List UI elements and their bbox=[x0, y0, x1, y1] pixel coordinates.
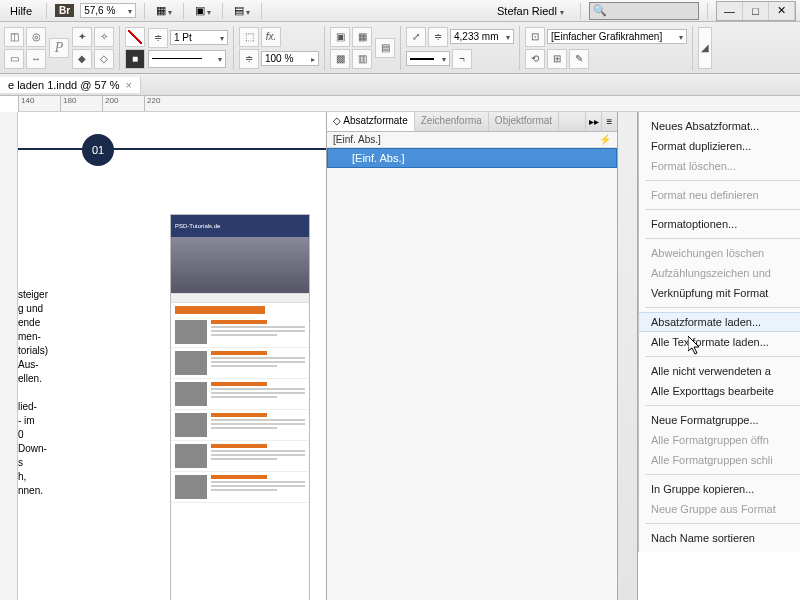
menu-item: Aufzählungszeichen und bbox=[639, 263, 800, 283]
menu-item[interactable]: Absatzformate laden... bbox=[639, 312, 800, 332]
view-options-icon[interactable]: ▦ bbox=[153, 2, 175, 20]
menubar: Hilfe Br 57,6 % ▦ ▣ ▤ Stefan Riedl 🔍 — □… bbox=[0, 0, 800, 22]
text-line: Aus- bbox=[18, 358, 78, 372]
menu-item[interactable]: Alle nicht verwendeten a bbox=[639, 361, 800, 381]
tab-absatzformate[interactable]: ◇ Absatzformate bbox=[327, 112, 415, 131]
close-button[interactable]: ✕ bbox=[769, 2, 795, 20]
text-line: 0 bbox=[18, 428, 78, 442]
menu-separator bbox=[645, 307, 800, 308]
reference-point-icon[interactable]: ⊡ bbox=[525, 27, 545, 47]
page-tool-icon[interactable]: ▭ bbox=[4, 49, 24, 69]
text-wrap-shape-icon[interactable]: ▩ bbox=[330, 49, 350, 69]
fill-none-icon[interactable] bbox=[125, 27, 145, 47]
window-controls: — □ ✕ bbox=[716, 1, 796, 21]
control-toolbar: ◫◎▭↔ P ✦✧◆◇ ■ ≑1 Pt ⬚fx.≑100 % ▣▦▩▥ ▤ ⤢≑… bbox=[0, 22, 800, 74]
type-tool-icon[interactable]: P bbox=[49, 38, 69, 58]
text-line: g und bbox=[18, 302, 78, 316]
panel-menu-icon[interactable]: ≡ bbox=[601, 112, 617, 131]
misc-icon-c[interactable]: ✎ bbox=[569, 49, 589, 69]
text-wrap-skip-icon[interactable]: ▤ bbox=[375, 38, 395, 58]
stroke-weight-stepper[interactable]: ≑ bbox=[148, 28, 168, 48]
stroke-black-icon[interactable]: ■ bbox=[125, 49, 145, 69]
menu-item[interactable]: Alle Textformate laden... bbox=[639, 332, 800, 352]
paragraph-styles-panel: ◇ Absatzformate Zeichenforma Objektforma… bbox=[326, 112, 618, 600]
text-line: nnen. bbox=[18, 484, 78, 498]
horizontal-ruler: 140180200220 bbox=[18, 96, 800, 112]
body-text-fragment: steigerg undendemen-torials)Aus-ellen. l… bbox=[18, 288, 78, 498]
bridge-badge[interactable]: Br bbox=[55, 4, 74, 17]
text-wrap-jump-icon[interactable]: ▥ bbox=[352, 49, 372, 69]
anchor-tool-d-icon[interactable]: ◇ bbox=[94, 49, 114, 69]
document-tabs: e laden 1.indd @ 57 %× bbox=[0, 74, 800, 96]
menu-separator bbox=[645, 209, 800, 210]
style-row-selected[interactable]: [Einf. Abs.] bbox=[327, 148, 617, 168]
menu-separator bbox=[645, 356, 800, 357]
selection-tool-icon[interactable]: ◫ bbox=[4, 27, 24, 47]
tab-close-icon[interactable]: × bbox=[125, 79, 131, 91]
menu-item[interactable]: Neue Formatgruppe... bbox=[639, 410, 800, 430]
menu-item[interactable]: Alle Exporttags bearbeite bbox=[639, 381, 800, 401]
frame-size-input[interactable]: 4,233 mm bbox=[450, 29, 514, 44]
menu-separator bbox=[645, 238, 800, 239]
frame-size-stepper[interactable]: ≑ bbox=[428, 27, 448, 47]
panel-breadcrumb: [Einf. Abs.]⚡ bbox=[327, 132, 617, 148]
user-name[interactable]: Stefan Riedl bbox=[489, 5, 572, 17]
zoom-level-input[interactable]: 57,6 % bbox=[80, 3, 136, 18]
text-wrap-none-icon[interactable]: ▣ bbox=[330, 27, 350, 47]
stroke-style-select[interactable] bbox=[148, 50, 226, 68]
thumb-header: PSD-Tutorials.de bbox=[171, 215, 309, 237]
collapsed-right-dock[interactable] bbox=[618, 112, 638, 600]
menu-item[interactable]: Neues Absatzformat... bbox=[639, 116, 800, 136]
menu-item[interactable]: Formatoptionen... bbox=[639, 214, 800, 234]
gap-tool-icon[interactable]: ↔ bbox=[26, 49, 46, 69]
opacity-stepper[interactable]: ≑ bbox=[239, 49, 259, 69]
maximize-button[interactable]: □ bbox=[743, 2, 769, 20]
frame-resize-icon[interactable]: ⤢ bbox=[406, 27, 426, 47]
menu-item[interactable]: In Gruppe kopieren... bbox=[639, 479, 800, 499]
text-line: - im bbox=[18, 414, 78, 428]
corner-mode-icon[interactable]: ¬ bbox=[452, 49, 472, 69]
text-line: h, bbox=[18, 470, 78, 484]
page-number-badge: 01 bbox=[82, 134, 114, 166]
menu-separator bbox=[645, 180, 800, 181]
direct-select-icon[interactable]: ◎ bbox=[26, 27, 46, 47]
arrange-docs-icon[interactable]: ▤ bbox=[231, 2, 253, 20]
menu-item[interactable]: Format duplizieren... bbox=[639, 136, 800, 156]
text-line: steiger bbox=[18, 288, 78, 302]
menu-item: Alle Formatgruppen öffn bbox=[639, 430, 800, 450]
toolbar-flyout-icon[interactable]: ◢ bbox=[698, 27, 712, 69]
screen-mode-icon[interactable]: ▣ bbox=[192, 2, 214, 20]
help-menu[interactable]: Hilfe bbox=[4, 5, 38, 17]
text-wrap-bound-icon[interactable]: ▦ bbox=[352, 27, 372, 47]
anchor-tool-c-icon[interactable]: ◆ bbox=[72, 49, 92, 69]
menu-item: Format löschen... bbox=[639, 156, 800, 176]
corner-fx-icon[interactable]: ⬚ bbox=[239, 27, 259, 47]
opacity-input[interactable]: 100 % bbox=[261, 51, 319, 66]
panel-collapse-icon[interactable]: ▸▸ bbox=[585, 112, 601, 131]
search-icon: 🔍 bbox=[593, 4, 607, 17]
text-line: Down- bbox=[18, 442, 78, 456]
document-tab[interactable]: e laden 1.indd @ 57 %× bbox=[0, 77, 141, 93]
stroke-weight-input[interactable]: 1 Pt bbox=[170, 30, 228, 45]
text-line: ende bbox=[18, 316, 78, 330]
tab-objektformate[interactable]: Objektformat bbox=[489, 112, 559, 131]
menu-item: Abweichungen löschen bbox=[639, 243, 800, 263]
fx-icon[interactable]: fx. bbox=[261, 27, 281, 47]
menu-item: Alle Formatgruppen schli bbox=[639, 450, 800, 470]
tab-zeichenformate[interactable]: Zeichenforma bbox=[415, 112, 489, 131]
menu-item[interactable]: Verknüpfung mit Format bbox=[639, 283, 800, 303]
anchor-tool-a-icon[interactable]: ✦ bbox=[72, 27, 92, 47]
text-line: torials) bbox=[18, 344, 78, 358]
document-canvas[interactable]: 01 steigerg undendemen-torials)Aus-ellen… bbox=[18, 112, 800, 600]
menu-item[interactable]: Nach Name sortieren bbox=[639, 528, 800, 548]
text-line bbox=[18, 386, 78, 400]
minimize-button[interactable]: — bbox=[717, 2, 743, 20]
style-list[interactable]: [Einf. Abs.] bbox=[327, 148, 617, 168]
misc-icon-b[interactable]: ⊞ bbox=[547, 49, 567, 69]
search-input[interactable]: 🔍 bbox=[589, 2, 699, 20]
anchor-tool-b-icon[interactable]: ✧ bbox=[94, 27, 114, 47]
frame-type-select[interactable]: [Einfacher Grafikrahmen] bbox=[547, 29, 687, 44]
frame-style-select[interactable] bbox=[406, 51, 450, 66]
misc-icon-a[interactable]: ⟲ bbox=[525, 49, 545, 69]
text-line: s bbox=[18, 456, 78, 470]
